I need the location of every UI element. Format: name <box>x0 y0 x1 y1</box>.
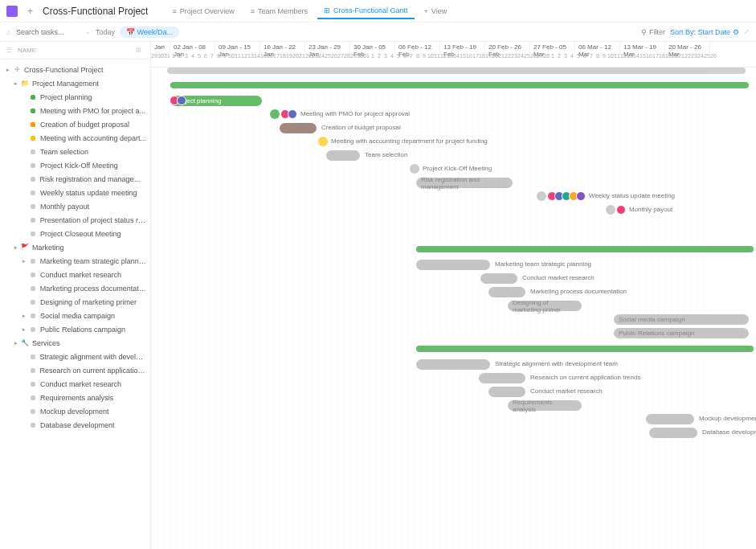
day-cell: 4 <box>389 53 395 64</box>
tree-item[interactable]: Creation of budget proposal <box>0 117 150 131</box>
tree-item[interactable]: Requirements analysis <box>0 391 150 404</box>
tree-item-label: Risk registration and management <box>40 175 147 183</box>
tree-item[interactable]: ▸✢Cross-Functional Project <box>0 63 150 76</box>
bar-label: Research on current application trends <box>530 374 640 381</box>
add-column-icon[interactable]: ⊞ <box>136 47 144 54</box>
plus-icon[interactable]: + <box>27 6 33 17</box>
summary-bar[interactable] <box>416 246 754 252</box>
tree-item[interactable]: ▸🚩Marketing <box>0 240 150 254</box>
gantt-bar[interactable]: Public Relations campaign <box>614 328 749 338</box>
caret-icon[interactable]: ▸ <box>14 80 21 87</box>
day-cell: 17 <box>652 53 659 64</box>
sort-button[interactable]: Sort By: Start Date ⚙ <box>670 28 739 36</box>
gantt-bar[interactable]: Designing of marketing primer <box>508 301 582 311</box>
bar-label: Marketing process documentation <box>530 288 627 295</box>
flag-icon: 🚩 <box>21 244 29 252</box>
tab-view[interactable]: +View <box>418 3 454 19</box>
month-cell: 30 Jan - 05 Feb <box>350 42 395 53</box>
tree-item[interactable]: Weekly status update meeting <box>0 186 150 199</box>
tree-item[interactable]: Project planning <box>0 90 150 104</box>
day-cell: 16 <box>466 53 472 64</box>
caret-icon[interactable]: ▸ <box>6 67 13 73</box>
gantt-bar[interactable]: Social media campaign <box>614 314 749 325</box>
tree-item[interactable]: ▸Marketing team strategic planning <box>0 254 150 268</box>
gantt-bar[interactable] <box>416 359 490 370</box>
day-cell: 11 <box>614 53 620 64</box>
tree-item[interactable]: Meeting with accounting depart... <box>0 131 150 145</box>
search-input[interactable] <box>16 28 80 36</box>
tab-team-members[interactable]: ≡Team Members <box>244 3 314 19</box>
milestone[interactable] <box>270 109 280 119</box>
day-cell: 1 <box>170 53 177 64</box>
gantt-bar[interactable] <box>480 273 517 284</box>
tree-item-label: Creation of budget proposal <box>40 121 129 129</box>
collapse-icon[interactable]: ☰ <box>6 47 14 54</box>
avatar-stack[interactable] <box>619 205 626 215</box>
tree-item[interactable]: Monthly payout <box>0 199 150 213</box>
gantt-bar[interactable] <box>280 123 317 133</box>
caret-icon[interactable]: ▸ <box>22 313 29 319</box>
gantt-chart[interactable]: Jan02 Jan - 08 Jan09 Jan - 15 Jan16 Jan … <box>151 42 756 549</box>
tree-item-label: Research on current application ... <box>40 367 147 375</box>
gantt-bar[interactable] <box>646 414 694 424</box>
milestone[interactable] <box>606 205 615 215</box>
tab-cross-functional-gantt[interactable]: ⊞Cross-Functional Gantt <box>317 3 415 19</box>
milestone[interactable] <box>410 164 419 174</box>
tree-item[interactable]: Team selection <box>0 145 150 158</box>
tree-item[interactable]: Conduct market research <box>0 377 150 391</box>
gantt-bar[interactable]: Risk registration and management <box>416 178 513 188</box>
summary-bar[interactable] <box>170 82 749 88</box>
tree-item[interactable]: Designing of marketing primer <box>0 295 150 309</box>
tree-item[interactable]: ▸🔧Services <box>0 336 150 350</box>
gantt-bar[interactable] <box>416 260 490 270</box>
caret-icon[interactable]: ▸ <box>14 340 21 346</box>
tree-item-label: Presentation of project status re... <box>40 216 147 224</box>
gantt-bar[interactable] <box>488 387 525 397</box>
avatar-stack[interactable] <box>172 96 186 105</box>
tree-item[interactable]: Project Kick-Off Meeting <box>0 158 150 172</box>
avatar-stack[interactable] <box>550 191 586 201</box>
gantt-bar[interactable]: Requirements analysis <box>508 400 582 411</box>
gantt-bar[interactable] <box>326 150 360 161</box>
day-cell: 9 <box>222 53 228 64</box>
gantt-bar[interactable] <box>479 373 525 383</box>
gantt-bar[interactable] <box>488 287 525 297</box>
tree-item[interactable]: ▸Social media campaign <box>0 309 150 322</box>
status-dot-icon <box>29 353 37 361</box>
expand-icon[interactable]: ⤢ <box>744 28 750 35</box>
tree-item[interactable]: Risk registration and management <box>0 172 150 186</box>
chevron-down-icon[interactable]: ⌄ <box>85 28 91 35</box>
milestone[interactable] <box>537 191 546 201</box>
tree-item[interactable]: Database development <box>0 418 150 432</box>
tree-item-label: Project Closeout Meeting <box>40 230 121 238</box>
tree-item[interactable]: Meeting with PMO for project a... <box>0 104 150 117</box>
day-cell: 16 <box>646 53 652 64</box>
tree-item[interactable]: Mockup development <box>0 404 150 418</box>
summary-bar[interactable] <box>416 346 754 352</box>
tree-item[interactable]: ▸📁Project Management <box>0 76 150 90</box>
avatar-stack[interactable] <box>283 109 297 119</box>
day-cell: 19 <box>665 53 672 64</box>
today-button[interactable]: Today <box>96 28 115 36</box>
tab-project-overview[interactable]: ≡Project Overview <box>166 3 240 19</box>
tree-item[interactable]: Strategic alignment with develop... <box>0 350 150 363</box>
gantt-bar[interactable] <box>649 428 697 438</box>
tree-item[interactable]: Research on current application ... <box>0 363 150 377</box>
day-cell: 16 <box>267 53 273 64</box>
caret-icon[interactable]: ▸ <box>22 258 29 264</box>
range-selector[interactable]: 📅 Week/Da... <box>120 27 179 38</box>
caret-icon[interactable]: ▸ <box>14 244 21 251</box>
filter-button[interactable]: ⚲ Filter <box>641 28 665 36</box>
column-header-name: NAME <box>18 47 36 54</box>
milestone[interactable] <box>318 137 328 146</box>
tree-item[interactable]: Presentation of project status re... <box>0 213 150 227</box>
timeline-scrollbar[interactable] <box>167 68 746 74</box>
caret-icon[interactable]: ▸ <box>22 326 29 333</box>
tree-item-label: Meeting with PMO for project a... <box>40 107 145 115</box>
tree-item[interactable]: Project Closeout Meeting <box>0 227 150 240</box>
tree-item[interactable]: ▸Public Relations campaign <box>0 322 150 336</box>
tree-item[interactable]: Conduct market research <box>0 268 150 281</box>
tab-label: View <box>431 7 447 15</box>
day-cell: 4 <box>569 53 575 64</box>
tree-item[interactable]: Marketing process documentation <box>0 281 150 295</box>
